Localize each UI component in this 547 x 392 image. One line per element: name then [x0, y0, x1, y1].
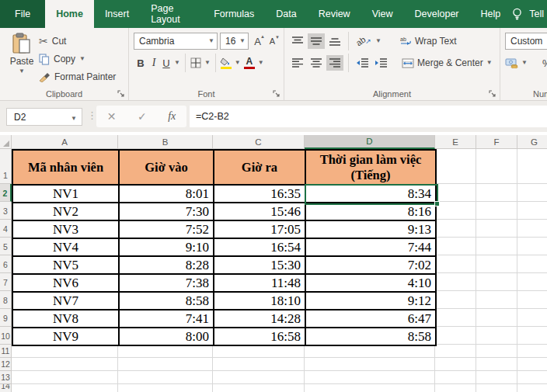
- tab-developer[interactable]: Developer: [404, 0, 470, 28]
- cell-b6[interactable]: 8:28: [120, 257, 214, 275]
- shrink-font-button[interactable]: A▼: [267, 36, 278, 46]
- cell-a8[interactable]: NV7: [13, 293, 120, 310]
- row-header-3[interactable]: 3: [0, 202, 12, 220]
- cell-a6[interactable]: NV5: [13, 257, 120, 275]
- tab-home[interactable]: Home: [45, 0, 94, 28]
- bottom-align-button[interactable]: [326, 33, 343, 49]
- font-dialog-launcher[interactable]: [273, 90, 280, 98]
- cell-d9[interactable]: 6:47: [306, 310, 437, 328]
- cell-d10[interactable]: 8:58: [306, 328, 437, 346]
- row-header-10[interactable]: 10: [0, 327, 12, 345]
- tab-help[interactable]: Help: [470, 0, 512, 28]
- row-header-4[interactable]: 4: [0, 220, 12, 238]
- column-header-c[interactable]: C: [213, 135, 305, 149]
- column-header-b[interactable]: B: [118, 135, 213, 149]
- row-header-13[interactable]: 13: [0, 371, 12, 384]
- row-header-2[interactable]: 2: [0, 184, 12, 202]
- align-left-button[interactable]: [289, 55, 306, 71]
- insert-function-button[interactable]: fx: [168, 110, 176, 123]
- cell-c4[interactable]: 17:05: [214, 221, 306, 239]
- row-header-9[interactable]: 9: [0, 309, 12, 327]
- column-header-e[interactable]: E: [435, 135, 476, 149]
- cut-button[interactable]: ✂ Cut: [39, 33, 116, 50]
- cell-d3[interactable]: 8:16: [306, 203, 437, 221]
- copy-button[interactable]: Copy ▼: [39, 50, 116, 68]
- cell-a9[interactable]: NV8: [13, 310, 120, 328]
- row-header-1[interactable]: 1: [0, 149, 12, 184]
- cell-a2[interactable]: NV1: [13, 186, 120, 203]
- name-box[interactable]: D2 ▼: [6, 108, 82, 126]
- select-all-corner[interactable]: [0, 135, 12, 149]
- font-name-combo[interactable]: Cambria ▼: [134, 33, 218, 50]
- tab-data[interactable]: Data: [265, 0, 307, 28]
- cell-d7[interactable]: 4:10: [306, 275, 437, 293]
- cell-c5[interactable]: 16:54: [214, 239, 306, 257]
- percent-style-button[interactable]: %: [542, 57, 547, 69]
- column-header-g[interactable]: G: [517, 135, 547, 149]
- cell-c7[interactable]: 11:48: [214, 275, 306, 293]
- middle-align-button[interactable]: [308, 33, 325, 49]
- tell-me-box[interactable]: Tell: [511, 0, 547, 28]
- font-size-combo[interactable]: 16 ▼: [220, 33, 249, 50]
- number-format-combo[interactable]: Custom: [505, 33, 547, 50]
- cell-a3[interactable]: NV2: [13, 203, 120, 221]
- tab-file[interactable]: File: [0, 0, 45, 28]
- merge-center-button[interactable]: Merge & Center ▼: [402, 57, 493, 68]
- underline-button[interactable]: U: [160, 57, 172, 69]
- fill-color-button[interactable]: [219, 57, 233, 69]
- tab-page-layout[interactable]: Page Layout: [140, 0, 203, 28]
- row-header-8[interactable]: 8: [0, 291, 12, 309]
- cell-d4[interactable]: 9:13: [306, 221, 437, 239]
- name-box-caret[interactable]: ▼: [71, 116, 77, 122]
- cell-b5[interactable]: 9:10: [120, 239, 214, 257]
- row-header-5[interactable]: 5: [0, 238, 12, 255]
- increase-indent-button[interactable]: [372, 55, 389, 71]
- alignment-dialog-launcher[interactable]: [489, 90, 496, 98]
- copy-dropdown-caret[interactable]: ▼: [79, 56, 85, 62]
- cell-c9[interactable]: 14:28: [214, 310, 306, 328]
- cell-a10[interactable]: NV9: [13, 328, 120, 346]
- align-center-button[interactable]: [308, 55, 325, 71]
- header-cell-b1[interactable]: Giờ vào: [120, 151, 214, 186]
- cell-a4[interactable]: NV3: [13, 221, 120, 239]
- enter-button[interactable]: ✓: [138, 110, 147, 123]
- cell-b4[interactable]: 7:52: [120, 221, 214, 239]
- formula-input[interactable]: =C2-B2: [190, 106, 547, 127]
- font-color-button[interactable]: A: [242, 57, 256, 69]
- column-header-a[interactable]: A: [12, 135, 118, 149]
- clipboard-dialog-launcher[interactable]: [117, 90, 125, 98]
- bold-button[interactable]: B: [134, 57, 148, 69]
- borders-button[interactable]: [189, 57, 203, 68]
- cell-b7[interactable]: 7:38: [120, 275, 214, 293]
- column-header-d[interactable]: D: [305, 135, 435, 149]
- orientation-dropdown-caret[interactable]: ▼: [375, 38, 382, 44]
- top-align-button[interactable]: [289, 33, 306, 49]
- accounting-dropdown-caret[interactable]: ▼: [521, 60, 528, 66]
- cell-d6[interactable]: 7:02: [306, 257, 437, 275]
- column-header-f[interactable]: F: [476, 135, 517, 149]
- row-header-6[interactable]: 6: [0, 255, 12, 273]
- row-header-7[interactable]: 7: [0, 273, 12, 291]
- cell-b8[interactable]: 8:58: [120, 293, 214, 310]
- fill-color-dropdown-caret[interactable]: ▼: [235, 60, 241, 66]
- tab-review[interactable]: Review: [308, 0, 361, 28]
- cell-c8[interactable]: 18:10: [214, 293, 306, 310]
- header-cell-c1[interactable]: Giờ ra: [214, 151, 306, 186]
- header-cell-a1[interactable]: Mã nhân viên: [13, 151, 120, 186]
- orientation-button[interactable]: ab ↗: [354, 33, 374, 49]
- row-header-11[interactable]: 11: [0, 345, 12, 358]
- cell-b9[interactable]: 7:41: [120, 310, 214, 328]
- cell-c3[interactable]: 15:46: [214, 203, 306, 221]
- cell-d8[interactable]: 9:12: [306, 293, 437, 310]
- cell-c6[interactable]: 15:30: [214, 257, 306, 275]
- underline-dropdown-caret[interactable]: ▼: [174, 60, 180, 66]
- tab-insert[interactable]: Insert: [94, 0, 140, 28]
- cell-b3[interactable]: 7:30: [120, 203, 214, 221]
- borders-dropdown-caret[interactable]: ▼: [204, 60, 211, 66]
- row-header-14[interactable]: 14: [0, 384, 12, 392]
- cell-d5[interactable]: 7:44: [306, 239, 437, 257]
- row-header-12[interactable]: 12: [0, 358, 12, 371]
- cell-a5[interactable]: NV4: [13, 239, 120, 257]
- paste-dropdown-caret[interactable]: ▼: [19, 68, 25, 75]
- tab-view[interactable]: View: [361, 0, 404, 28]
